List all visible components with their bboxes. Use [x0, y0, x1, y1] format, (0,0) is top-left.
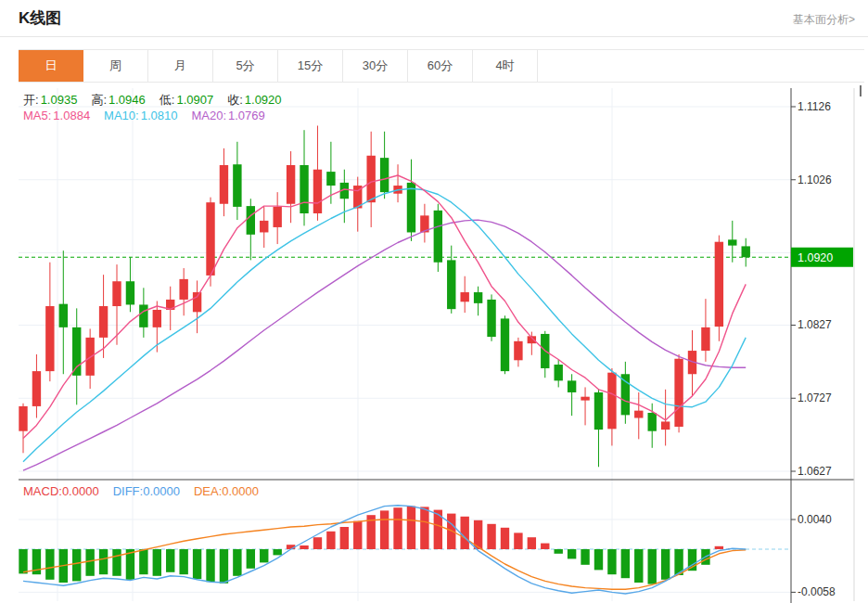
candle[interactable]: [366, 132, 375, 227]
candle[interactable]: [715, 236, 723, 341]
price-tick-label: 1.1026: [798, 173, 832, 186]
candle[interactable]: [728, 221, 736, 263]
candle[interactable]: [273, 192, 281, 244]
macd-bar: [247, 549, 255, 569]
macd-bar: [340, 527, 349, 549]
macd-bar: [541, 544, 549, 549]
macd-bar: [19, 549, 27, 573]
candle[interactable]: [59, 250, 68, 374]
candle[interactable]: [247, 199, 255, 260]
current-price-badge: 1.0920: [791, 248, 853, 267]
macd-bar: [112, 549, 121, 576]
candle[interactable]: [393, 164, 402, 202]
candle[interactable]: [300, 130, 308, 225]
macd-bar: [460, 517, 468, 549]
candle[interactable]: [220, 148, 228, 216]
candle[interactable]: [568, 374, 576, 416]
candle[interactable]: [555, 360, 563, 388]
candle[interactable]: [621, 362, 630, 424]
price-tick-label: 1.0827: [798, 318, 832, 331]
macd-bar: [501, 528, 509, 549]
kline-chart[interactable]: 1.11261.10261.09261.08271.07271.06270.00…: [0, 0, 868, 603]
kline-widget: K线图 基本面分析> 日周月5分15分30分60分4时 1.11261.1026…: [0, 0, 868, 603]
macd-bar: [166, 549, 174, 572]
candle[interactable]: [32, 354, 41, 418]
candle[interactable]: [541, 331, 549, 378]
candle[interactable]: [206, 198, 214, 287]
candle[interactable]: [594, 389, 603, 467]
macd-tick-label: -0.0058: [798, 585, 836, 598]
price-tick-label: 1.0727: [798, 391, 832, 404]
macd-bar: [607, 549, 616, 574]
macd-bar: [273, 549, 281, 555]
macd-bar: [72, 549, 81, 581]
macd-bar: [353, 521, 362, 549]
candle[interactable]: [45, 263, 54, 381]
macd-bar: [260, 549, 268, 562]
candle[interactable]: [407, 160, 415, 241]
current-price-value: 1.0920: [798, 251, 833, 264]
candles-layer[interactable]: [19, 125, 750, 467]
macd-bar: [581, 549, 589, 565]
macd-bar: [233, 549, 241, 576]
macd-bar: [300, 545, 308, 549]
candle[interactable]: [528, 332, 536, 355]
ma5-line: [23, 175, 746, 439]
candle[interactable]: [742, 238, 750, 267]
macd-bar: [661, 549, 670, 580]
candle[interactable]: [340, 170, 349, 223]
candle[interactable]: [460, 276, 468, 313]
macd-bar: [420, 507, 428, 549]
macd-bar: [621, 549, 630, 578]
candle[interactable]: [260, 207, 268, 248]
macd-bar: [594, 549, 603, 570]
price-tick-label: 1.0627: [798, 465, 832, 478]
candle[interactable]: [420, 204, 428, 243]
candle[interactable]: [19, 404, 27, 454]
axis-labels: 1.11261.10261.09261.08271.07271.06270.00…: [798, 100, 836, 598]
macd-bar: [634, 549, 643, 583]
macd-bar: [447, 514, 455, 549]
candle[interactable]: [126, 257, 134, 312]
candle[interactable]: [447, 246, 455, 314]
candle[interactable]: [474, 287, 482, 316]
candle[interactable]: [607, 368, 616, 445]
macd-bar: [715, 546, 723, 549]
macd-bar: [206, 549, 214, 582]
macd-bar: [85, 549, 94, 576]
macd-bar: [45, 549, 54, 580]
candle[interactable]: [581, 387, 589, 425]
macd-bar: [139, 549, 147, 574]
macd-bar: [568, 549, 576, 558]
macd-bar: [220, 549, 228, 584]
macd-bar: [555, 549, 563, 554]
candle[interactable]: [233, 142, 241, 220]
candle[interactable]: [380, 132, 389, 199]
macd-bar: [99, 549, 108, 574]
candle[interactable]: [179, 268, 187, 315]
candle[interactable]: [313, 125, 322, 220]
macd-bar: [193, 549, 201, 579]
macd-bar: [380, 510, 389, 549]
candle[interactable]: [674, 354, 683, 432]
candle[interactable]: [287, 151, 295, 223]
candle[interactable]: [501, 315, 509, 374]
candle[interactable]: [434, 204, 442, 272]
candle[interactable]: [514, 338, 522, 367]
macd-bar: [313, 537, 322, 549]
macd-bar: [514, 532, 522, 549]
macd-bar: [153, 549, 161, 576]
candle[interactable]: [634, 392, 643, 439]
macd-bar: [326, 532, 335, 549]
macd-histogram: [19, 507, 736, 584]
gridlines: [19, 88, 791, 601]
macd-bar: [487, 524, 495, 549]
macd-bar: [393, 507, 402, 549]
ma-lines: [23, 175, 746, 470]
candle[interactable]: [139, 288, 147, 338]
candle[interactable]: [487, 294, 495, 340]
candle[interactable]: [701, 299, 709, 362]
macd-tick-label: 0.0040: [798, 513, 832, 526]
candle[interactable]: [72, 308, 81, 404]
candle[interactable]: [353, 177, 362, 232]
